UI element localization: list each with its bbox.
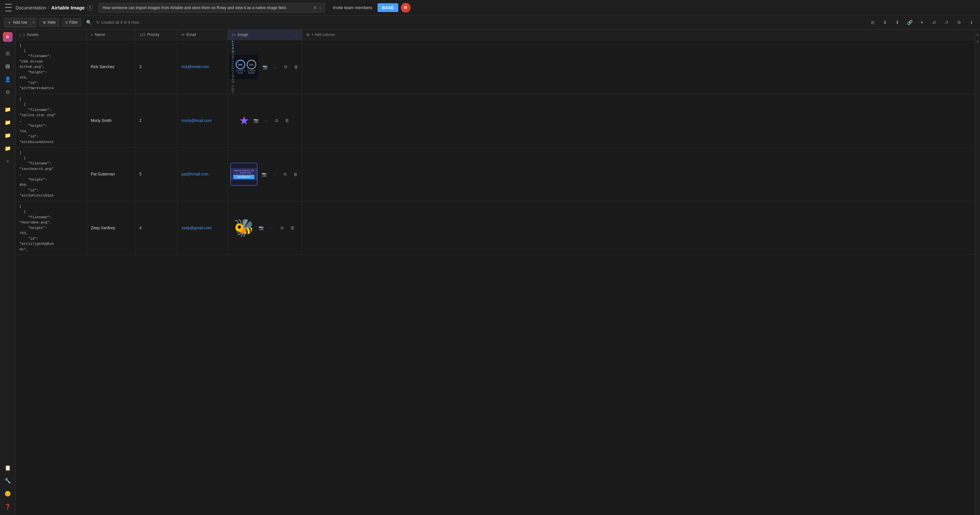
cell-name-1[interactable]: Morty Smith [87, 94, 135, 148]
image-delete-button-2[interactable]: 🗑 [291, 170, 299, 179]
sidebar-avatar[interactable]: R [3, 32, 13, 42]
filter-label: Filter [69, 20, 78, 25]
image-col-more[interactable]: ··· [294, 32, 298, 37]
cell-assets-3[interactable]: [ { "filename": "HeartBee.png", "height"… [16, 201, 87, 255]
banner-arrow-icon[interactable]: › [320, 5, 321, 10]
column-header-priority[interactable]: 123 Priority ··· [135, 30, 178, 40]
table-row: [ { "filename": "spline_star.png" , "hei… [16, 94, 975, 148]
cell-email-3[interactable]: zeep@gmail.com [178, 201, 228, 255]
image-copy-button-1[interactable]: ⧉ [272, 116, 281, 125]
add-column-button[interactable]: ⊕ + Add column [302, 30, 339, 40]
image-copy-button-2[interactable]: ⧉ [281, 170, 289, 179]
share-button[interactable]: ⬆ [892, 18, 902, 27]
sidebar-home-icon[interactable]: ⊞ [2, 47, 14, 59]
assets-col-icon: {...} [19, 33, 25, 37]
image-camera-button-3[interactable]: 📷 [257, 224, 266, 232]
cell-priority-3[interactable]: 4 [135, 201, 178, 255]
history-button[interactable]: ↺ [942, 18, 951, 27]
cell-image-3[interactable]: 🐝 📷 ··· ⧉ 🗑 [228, 201, 302, 255]
add-row-split-button[interactable]: ＋ Add row ▾ [4, 18, 37, 27]
sidebar-divider-1 [4, 45, 12, 45]
image-delete-button-1[interactable]: 🗑 [283, 116, 291, 125]
base-button[interactable]: BASE [377, 3, 398, 12]
image-star: ★ [239, 114, 249, 128]
scroll-up-button[interactable]: ▲ [975, 32, 980, 37]
add-row-arrow[interactable]: ▾ [31, 19, 36, 26]
image-copy-button-0[interactable]: ⧉ [282, 62, 290, 71]
image-camera-button-1[interactable]: 📷 [252, 116, 260, 125]
cell-assets-1[interactable]: [ { "filename": "spline_star.png" , "hei… [16, 94, 87, 148]
sidebar-help-icon[interactable]: ❓ [2, 501, 14, 512]
cell-name-3[interactable]: Zeep Xanflorp [87, 201, 135, 255]
sidebar-docs-icon[interactable]: 📋 [2, 462, 14, 474]
column-header-name[interactable]: ≡ Name ··· [87, 30, 135, 40]
sidebar-folder4-icon[interactable]: 📁 [2, 142, 14, 154]
image-col-label: Image [237, 32, 248, 37]
image-more-button-2[interactable]: ··· [270, 170, 279, 179]
image-more-button-0[interactable]: ··· [271, 62, 280, 71]
loaded-status: ↻ Loaded all 4 of 4 rows [96, 20, 139, 25]
cell-priority-0[interactable]: 3 [135, 40, 178, 94]
automations-button[interactable]: 🔗 [905, 18, 915, 27]
sidebar-settings-icon[interactable]: ⚙ [2, 86, 14, 98]
column-header-email[interactable]: ✉ Email ··· [178, 30, 228, 40]
table-row: [ { "filename": "textSearch.png" , "heig… [16, 148, 975, 201]
add-row-main[interactable]: ＋ Add row [4, 18, 31, 27]
image-camera-button-0[interactable]: 📷 [261, 62, 269, 71]
layout-button[interactable]: ⇄ [929, 18, 939, 27]
scroll-down-button[interactable]: ▼ [975, 39, 980, 44]
cell-image-2[interactable]: Search Instance URL Master Key textSearc… [228, 148, 302, 201]
name-col-icon: ≡ [91, 33, 93, 37]
avatar[interactable]: R [401, 3, 410, 13]
image-camera-button-2[interactable]: 📷 [260, 170, 268, 179]
cell-assets-2[interactable]: [ { "filename": "textSearch.png" , "heig… [16, 148, 87, 201]
banner-close-icon[interactable]: ✕ [313, 5, 317, 10]
image-more-button-3[interactable]: ··· [267, 224, 276, 232]
invite-team-button[interactable]: Invite team members [330, 4, 375, 11]
filter-button[interactable]: ≡ Filter [62, 18, 82, 27]
cell-email-2[interactable]: pat@hmail.com [178, 148, 228, 201]
image-delete-button-3[interactable]: 🗑 [288, 224, 296, 232]
sidebar-add-icon[interactable]: ＋ [2, 155, 14, 167]
plus-icon: ＋ [8, 20, 11, 25]
cell-image-0[interactable]: 1,144 Total Contributions Aug 8 2018 - P… [228, 40, 302, 94]
cell-assets-0[interactable]: [ { "filename": "200 Streak Github.png",… [16, 40, 87, 94]
download-button[interactable]: ⬇ [880, 18, 890, 27]
hide-button[interactable]: ⊘ Hide [39, 18, 59, 27]
column-header-image[interactable]: ƒx Image ··· [228, 30, 302, 40]
sidebar-folder2-icon[interactable]: 📁 [2, 116, 14, 128]
image-actions-0: 📷 ··· ⧉ 🗑 [261, 62, 301, 71]
menu-button[interactable] [4, 3, 13, 12]
cell-email-1[interactable]: morty@imail.com [178, 94, 228, 148]
image-delete-button-0[interactable]: 🗑 [292, 62, 301, 71]
cell-image-1[interactable]: ★ 📷 ··· ⧉ 🗑 [228, 94, 302, 148]
info-icon[interactable]: ℹ [87, 5, 93, 11]
sidebar-folder1-icon[interactable]: 📁 [2, 104, 14, 115]
column-header-assets[interactable]: {...} Assets ··· [16, 30, 87, 40]
image-more-button-1[interactable]: ··· [262, 116, 270, 125]
image-bee: 🐝 [233, 218, 255, 238]
sidebar-divider-2 [4, 100, 12, 101]
table-row: [ { "filename": "HeartBee.png", "height"… [16, 201, 975, 255]
table-container[interactable]: {...} Assets ··· ≡ Name ··· 123 Priority… [16, 30, 975, 515]
extensions-button[interactable]: ✦ [917, 18, 927, 27]
cell-priority-2[interactable]: 5 [135, 148, 178, 201]
email-col-icon: ✉ [181, 33, 185, 37]
sidebar-user-icon[interactable]: 👤 [2, 73, 14, 85]
image-copy-button-3[interactable]: ⧉ [278, 224, 286, 232]
sidebar-folder3-icon[interactable]: 📁 [2, 129, 14, 141]
sidebar-table-icon[interactable]: ⊟ [2, 60, 14, 72]
cell-name-0[interactable]: Rick Sanchez [87, 40, 135, 94]
search-button[interactable]: 🔍 [84, 18, 94, 27]
settings-button[interactable]: ⚙ [954, 18, 964, 27]
name-col-label: Name [95, 32, 105, 37]
cell-priority-1[interactable]: 2 [135, 94, 178, 148]
grid-view-button[interactable]: ⊞ [868, 18, 878, 27]
sidebar-tools-icon[interactable]: 🔧 [2, 475, 14, 486]
cell-name-2[interactable]: Pat Guterman [87, 148, 135, 201]
help-button[interactable]: ℹ [966, 18, 976, 27]
cell-email-0[interactable]: rick@xmail.com [178, 40, 228, 94]
breadcrumb-doc[interactable]: Documentation [16, 5, 46, 10]
sidebar-emoji-icon[interactable]: 😊 [2, 488, 14, 499]
stat-contributions: 1,144 Total Contributions Aug 8 2018 - P… [231, 40, 234, 94]
